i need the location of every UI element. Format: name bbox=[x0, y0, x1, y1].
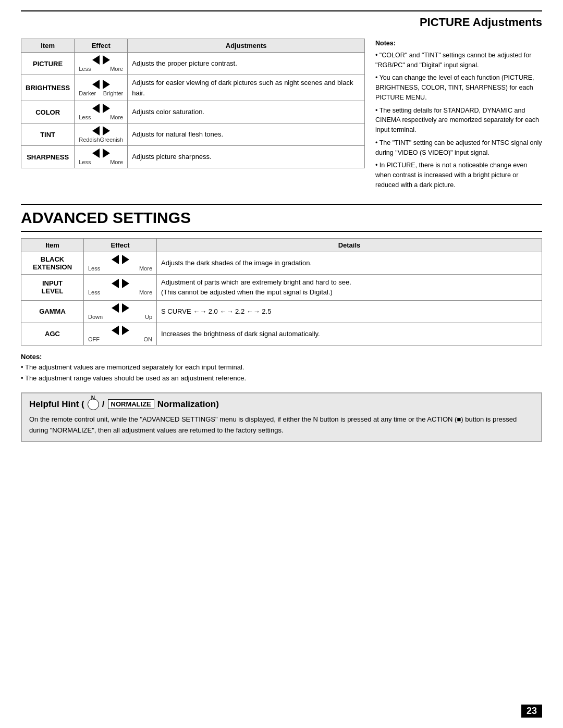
picture-note-item: "COLOR" and "TINT" settings cannot be ad… bbox=[375, 51, 542, 70]
helpful-hint-slash: / bbox=[102, 399, 105, 410]
picture-adjustment-cell: Adjusts for easier viewing of dark pictu… bbox=[128, 75, 365, 101]
left-arrow-icon bbox=[92, 149, 100, 158]
picture-adjustment-cell: Adjusts picture sharpness. bbox=[128, 146, 365, 168]
adv-left-arrow-icon bbox=[112, 279, 119, 288]
right-arrow-icon bbox=[103, 149, 110, 158]
picture-effect-cell: DarkerBrighter bbox=[75, 75, 128, 101]
picture-item-cell: BRIGHTNESS bbox=[21, 75, 75, 101]
right-label: More bbox=[110, 114, 123, 120]
col-header-effect: Effect bbox=[75, 39, 128, 53]
adv-item-cell: AGC bbox=[21, 323, 84, 345]
picture-effect-cell: LessMore bbox=[75, 53, 128, 75]
helpful-hint-text: On the remote control unit, while the "A… bbox=[29, 414, 534, 436]
adv-col-header-item: Item bbox=[21, 238, 84, 252]
helpful-hint-normalization: Normalization) bbox=[157, 399, 219, 410]
page-number: 23 bbox=[521, 705, 542, 718]
picture-item-cell: SHARPNESS bbox=[21, 146, 75, 168]
picture-section-title: PICTURE Adjustments bbox=[21, 10, 542, 33]
picture-table-wrap: Item Effect Adjustments PICTURELessMoreA… bbox=[21, 39, 365, 193]
left-label: Less bbox=[79, 114, 91, 120]
adv-item-cell: BLACK EXTENSION bbox=[21, 252, 84, 274]
adv-effect-cell: LessMore bbox=[84, 252, 157, 274]
picture-note-item: The "TINT" setting can be adjusted for N… bbox=[375, 138, 542, 158]
advanced-note-item: The adjustment range values should be us… bbox=[21, 373, 542, 384]
adv-right-arrow-icon bbox=[122, 255, 129, 264]
advanced-table-row: INPUT LEVELLessMoreAdjustment of parts w… bbox=[21, 274, 542, 300]
advanced-note-item: The adjustment values are memorized sepa… bbox=[21, 362, 542, 373]
left-arrow-icon bbox=[92, 80, 100, 89]
left-label: Less bbox=[79, 159, 91, 165]
advanced-table-row: AGCOFFONIncreases the brightness of dark… bbox=[21, 323, 542, 345]
adv-details-cell: Adjustment of parts which are extremely … bbox=[157, 274, 542, 300]
picture-table-row: PICTURELessMoreAdjusts the proper pictur… bbox=[21, 53, 365, 75]
adv-col-header-effect: Effect bbox=[84, 238, 157, 252]
picture-effect-cell: LessMore bbox=[75, 101, 128, 124]
advanced-notes-list: The adjustment values are memorized sepa… bbox=[21, 362, 542, 384]
adv-right-arrow-icon bbox=[122, 326, 129, 335]
adv-left-label: OFF bbox=[88, 336, 100, 342]
picture-adjustment-cell: Adjusts color saturation. bbox=[128, 101, 365, 124]
advanced-table-row: BLACK EXTENSIONLessMoreAdjusts the dark … bbox=[21, 252, 542, 274]
helpful-hint-label: Helpful Hint ( bbox=[29, 399, 84, 410]
right-label: More bbox=[110, 66, 123, 72]
advanced-notes: Notes: The adjustment values are memoriz… bbox=[21, 352, 542, 384]
advanced-table-row: GAMMADownUpS CURVE ←→ 2.0 ←→ 2.2 ←→ 2.5 bbox=[21, 300, 542, 323]
picture-note-item: The setting details for STANDARD, DYNAMI… bbox=[375, 106, 542, 135]
adv-right-label: More bbox=[139, 289, 152, 295]
picture-adjustment-cell: Adjusts the proper picture contrast. bbox=[128, 53, 365, 75]
adv-item-cell: GAMMA bbox=[21, 300, 84, 323]
adv-left-label: Less bbox=[88, 289, 100, 295]
picture-effect-cell: LessMore bbox=[75, 146, 128, 168]
adv-right-arrow-icon bbox=[122, 279, 129, 288]
adv-right-label: More bbox=[139, 265, 152, 272]
adv-right-label: Up bbox=[145, 314, 152, 320]
picture-item-cell: TINT bbox=[21, 124, 75, 146]
adv-right-arrow-icon bbox=[122, 303, 129, 313]
picture-table-row: SHARPNESSLessMoreAdjusts picture sharpne… bbox=[21, 146, 365, 168]
picture-note-item: You can change the level of each functio… bbox=[375, 73, 542, 102]
advanced-notes-title: Notes: bbox=[21, 352, 542, 363]
picture-table: Item Effect Adjustments PICTURELessMoreA… bbox=[21, 39, 365, 168]
n-button-icon: N bbox=[88, 399, 99, 410]
picture-effect-cell: ReddishGreenish bbox=[75, 124, 128, 146]
left-arrow-icon bbox=[92, 104, 100, 113]
right-arrow-icon bbox=[103, 126, 110, 135]
adv-left-arrow-icon bbox=[112, 303, 119, 313]
adv-left-arrow-icon bbox=[112, 255, 119, 264]
right-arrow-icon bbox=[103, 80, 110, 89]
adv-left-arrow-icon bbox=[112, 326, 119, 335]
top-content-area: Item Effect Adjustments PICTURELessMoreA… bbox=[21, 39, 542, 193]
picture-item-cell: PICTURE bbox=[21, 53, 75, 75]
adv-effect-cell: OFFON bbox=[84, 323, 157, 345]
right-arrow-icon bbox=[103, 55, 110, 65]
picture-notes-title: Notes: bbox=[375, 39, 542, 48]
advanced-table: Item Effect Details BLACK EXTENSIONLessM… bbox=[21, 238, 542, 346]
right-label: More bbox=[110, 159, 123, 165]
helpful-hint-box: Helpful Hint ( N / NORMALIZE Normalizati… bbox=[21, 392, 542, 442]
adv-item-cell: INPUT LEVEL bbox=[21, 274, 84, 300]
adv-right-label: ON bbox=[144, 336, 153, 342]
adv-details-cell: Adjusts the dark shades of the image in … bbox=[157, 252, 542, 274]
right-label: Brighter bbox=[103, 90, 124, 96]
advanced-section-title: ADVANCED SETTINGS bbox=[21, 204, 542, 232]
picture-notes: Notes: "COLOR" and "TINT" settings canno… bbox=[375, 39, 542, 193]
left-arrow-icon bbox=[92, 126, 100, 135]
picture-table-row: BRIGHTNESSDarkerBrighterAdjusts for easi… bbox=[21, 75, 365, 101]
picture-note-item: In PICTURE, there is not a noticeable ch… bbox=[375, 161, 542, 190]
left-label: Reddish bbox=[79, 137, 100, 143]
right-label: Greenish bbox=[100, 137, 124, 143]
right-arrow-icon bbox=[103, 104, 110, 113]
adv-details-cell: Increases the brightness of dark signal … bbox=[157, 323, 542, 345]
left-arrow-icon bbox=[92, 55, 100, 65]
col-header-item: Item bbox=[21, 39, 75, 53]
adv-details-cell: S CURVE ←→ 2.0 ←→ 2.2 ←→ 2.5 bbox=[157, 300, 542, 323]
picture-item-cell: COLOR bbox=[21, 101, 75, 124]
picture-notes-list: "COLOR" and "TINT" settings cannot be ad… bbox=[375, 51, 542, 190]
adv-left-label: Down bbox=[88, 314, 103, 320]
picture-table-row: TINTReddishGreenishAdjusts for natural f… bbox=[21, 124, 365, 146]
n-superscript: N bbox=[91, 395, 95, 401]
adv-col-header-details: Details bbox=[157, 238, 542, 252]
normalize-badge: NORMALIZE bbox=[108, 399, 154, 409]
col-header-adjustments: Adjustments bbox=[128, 39, 365, 53]
picture-adjustment-cell: Adjusts for natural flesh tones. bbox=[128, 124, 365, 146]
